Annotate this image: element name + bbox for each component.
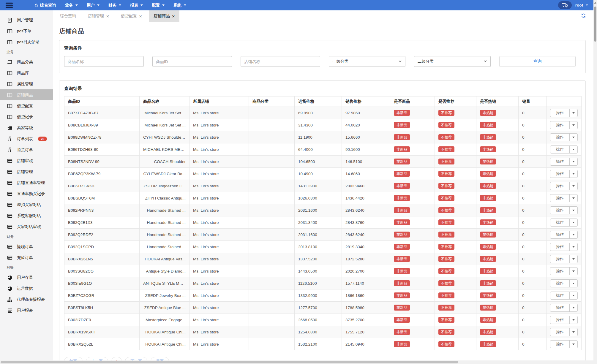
action-split-button[interactable]: 操作 (550, 219, 578, 227)
action-button-label[interactable]: 操作 (550, 109, 569, 117)
category-level-1-select[interactable]: 一级分类 (329, 56, 405, 67)
sidebar-item-user-holdings[interactable]: 用户存量 (0, 272, 53, 283)
action-button-label[interactable]: 操作 (550, 328, 569, 336)
nav-item-finance[interactable]: 财务 (104, 0, 126, 10)
action-split-button[interactable]: 操作 (550, 170, 578, 178)
action-dropdown-caret[interactable] (569, 255, 577, 263)
nav-item-user[interactable]: 用户 (82, 0, 104, 10)
sidebar-item-store-train-management[interactable]: 店铺直通车管理 (0, 177, 53, 188)
action-split-button[interactable]: 操作 (550, 121, 578, 129)
vertical-scrollbar-thumb[interactable] (594, 7, 596, 42)
nav-item-business[interactable]: 业务 (61, 0, 82, 10)
sidebar-item-seller-level[interactable]: 卖家等级 (0, 122, 53, 133)
action-split-button[interactable]: 操作 (550, 206, 578, 214)
close-icon[interactable]: × (172, 14, 175, 18)
action-split-button[interactable]: 操作 (550, 279, 578, 287)
action-split-button[interactable]: 操作 (550, 267, 578, 275)
sidebar-item-user-report[interactable]: 用户报表 (0, 305, 53, 316)
vertical-scrollbar[interactable] (593, 0, 597, 364)
nav-item-composite-query[interactable]: 综合查询 (30, 0, 61, 10)
pagination-prev-button[interactable]: 上一页 (86, 357, 108, 360)
action-button-label[interactable]: 操作 (550, 121, 569, 129)
query-submit-button[interactable]: 查询 (499, 56, 576, 67)
action-dropdown-caret[interactable] (569, 292, 577, 299)
refresh-icon[interactable] (581, 13, 587, 19)
pagination-next-button[interactable]: 下一页 (125, 357, 147, 360)
action-dropdown-caret[interactable] (569, 231, 577, 238)
action-split-button[interactable]: 操作 (550, 133, 578, 141)
action-button-label[interactable]: 操作 (550, 292, 569, 299)
tab-综合查询[interactable]: 综合查询 (55, 10, 81, 22)
nav-item-report[interactable]: 报表 (126, 0, 147, 10)
action-dropdown-caret[interactable] (569, 207, 577, 214)
action-split-button[interactable]: 操作 (550, 231, 578, 239)
sidebar-item-order-list[interactable]: 订单列表70 (0, 133, 53, 144)
action-dropdown-caret[interactable] (569, 280, 577, 287)
sidebar-item-store-products[interactable]: 店铺商品 (0, 89, 53, 100)
action-button-label[interactable]: 操作 (550, 134, 569, 141)
action-dropdown-caret[interactable] (569, 182, 577, 190)
action-dropdown-caret[interactable] (569, 243, 577, 251)
tab-店铺商品[interactable]: 店铺商品× (149, 10, 180, 22)
sidebar-item-agent-recharge-report[interactable]: 代理商充提报表 (0, 294, 53, 305)
pagination-last-button[interactable]: 尾页 (151, 357, 169, 360)
close-icon[interactable]: × (139, 14, 142, 18)
action-button-label[interactable]: 操作 (550, 268, 569, 275)
sidebar-item-pos-order[interactable]: pos下单 (0, 26, 53, 37)
action-button-label[interactable]: 操作 (550, 304, 569, 311)
action-button-label[interactable]: 操作 (550, 194, 569, 202)
product-name-input[interactable] (64, 56, 144, 67)
sidebar-item-return-orders[interactable]: 退货订单 (0, 144, 53, 155)
sidebar-item-withdraw-orders[interactable]: 提现订单 (0, 241, 53, 252)
sidebar-item-store-review[interactable]: 店铺审核 (0, 155, 53, 166)
tab-店铺管理[interactable]: 店铺管理× (83, 10, 114, 22)
sidebar-item-store-management[interactable]: 店铺管理 (0, 166, 53, 177)
action-button-label[interactable]: 操作 (550, 170, 569, 178)
action-split-button[interactable]: 操作 (550, 328, 578, 336)
action-split-button[interactable]: 操作 (550, 182, 578, 190)
product-id-input[interactable] (152, 56, 232, 67)
horizontal-scrollbar[interactable] (0, 360, 597, 364)
sidebar-item-train-purchase-records[interactable]: 直通车购买记录 (0, 188, 53, 199)
store-name-input[interactable] (241, 56, 320, 67)
action-dropdown-caret[interactable] (569, 158, 577, 165)
action-button-label[interactable]: 操作 (550, 146, 569, 153)
nav-item-system[interactable]: 系统 (169, 0, 191, 10)
sidebar-item-virtual-buyer-chat[interactable]: 虚拟买家对话 (0, 199, 53, 210)
action-dropdown-caret[interactable] (569, 134, 577, 141)
nav-item-config[interactable]: 配置 (147, 0, 169, 10)
action-dropdown-caret[interactable] (569, 328, 577, 336)
scroll-up-arrow-icon[interactable] (594, 2, 596, 4)
action-split-button[interactable]: 操作 (550, 304, 578, 312)
action-split-button[interactable]: 操作 (550, 158, 578, 166)
action-button-label[interactable]: 操作 (550, 341, 569, 348)
user-menu[interactable]: root (575, 3, 588, 7)
sidebar-item-system-service-chat[interactable]: 系统客服对话 (0, 210, 53, 221)
action-split-button[interactable]: 操作 (550, 255, 578, 263)
sidebar-item-attribute-management[interactable]: 属性管理 (0, 78, 53, 89)
action-split-button[interactable]: 操作 (550, 145, 578, 153)
sidebar-item-loan-config[interactable]: 借贷配置 (0, 100, 53, 111)
action-dropdown-caret[interactable] (569, 170, 577, 178)
action-button-label[interactable]: 操作 (550, 219, 569, 226)
action-split-button[interactable]: 操作 (550, 109, 578, 117)
chat-bubbles-icon[interactable] (558, 1, 572, 9)
action-button-label[interactable]: 操作 (550, 243, 569, 251)
sidebar-item-buyer-chat-review[interactable]: 买家对话审核 (0, 221, 53, 232)
action-split-button[interactable]: 操作 (550, 340, 578, 348)
action-button-label[interactable]: 操作 (550, 231, 569, 238)
sidebar-item-product-category[interactable]: 商品分类 (0, 56, 53, 67)
horizontal-scrollbar-thumb[interactable] (1, 361, 458, 363)
action-dropdown-caret[interactable] (569, 194, 577, 202)
sidebar-item-user-management[interactable]: 用户管理 (0, 15, 53, 26)
pagination-first-button[interactable]: 首页 (64, 357, 83, 360)
sidebar-item-pos-log[interactable]: pos日志记录 (0, 37, 53, 48)
action-dropdown-caret[interactable] (569, 146, 577, 153)
sidebar-item-operations-data[interactable]: 运营数据 (0, 283, 53, 294)
action-dropdown-caret[interactable] (569, 219, 577, 226)
sidebar-item-loan-records[interactable]: 借贷记录 (0, 111, 53, 122)
action-button-label[interactable]: 操作 (550, 316, 569, 324)
action-dropdown-caret[interactable] (569, 341, 577, 348)
action-button-label[interactable]: 操作 (550, 158, 569, 165)
action-split-button[interactable]: 操作 (550, 243, 578, 251)
